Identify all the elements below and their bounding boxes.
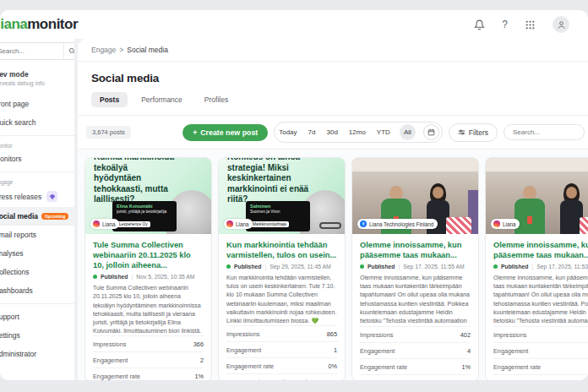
- tabs: Posts Performance Profiles: [91, 92, 574, 107]
- refresh-icon[interactable]: [302, 379, 310, 380]
- logo-text-liana: liana: [0, 16, 27, 32]
- time-filter-30d[interactable]: 30d: [324, 128, 339, 136]
- user-avatar[interactable]: [553, 16, 569, 33]
- create-new-post-button[interactable]: +Create new post: [182, 124, 268, 141]
- app-window: lianamonitor ? Dev mode Reveals debug in…: [0, 10, 588, 380]
- speaker-overlay: Salminen Suomen ja Viron Markkinointijoh…: [246, 201, 310, 231]
- top-bar-actions: ?: [474, 16, 569, 33]
- tab-performance[interactable]: Performance: [133, 92, 191, 107]
- app-logo[interactable]: lianamonitor: [0, 16, 78, 33]
- post-body: Kun markkinointia tehdään varmistellen, …: [226, 274, 337, 325]
- post-status: Published: [368, 264, 395, 270]
- sidebar-item-collections[interactable]: Collections: [0, 263, 74, 281]
- post-image: fLiana Technologies Finland: [352, 158, 478, 234]
- post-image: Liana: [486, 158, 588, 234]
- breadcrumb-separator: >: [119, 46, 123, 54]
- photo-background: [486, 158, 588, 172]
- page-title: Social media: [91, 72, 574, 84]
- post-title[interactable]: Kun markkinointia tehdään varmistellen, …: [226, 240, 337, 260]
- published-dot-icon: [226, 264, 231, 269]
- plus-icon: +: [193, 128, 197, 137]
- edit-icon[interactable]: [253, 379, 261, 380]
- top-bar: lianamonitor ?: [0, 10, 588, 39]
- post-body: Olemme innoissamme, kun pääsemme taas mu…: [493, 274, 588, 326]
- account-badge: fLiana Technologies Finland: [357, 219, 438, 229]
- post-status: Published: [501, 264, 528, 270]
- sidebar-item-press-releases[interactable]: Press releases: [0, 186, 74, 207]
- dev-mode-subtitle: Reveals debug info: [0, 80, 74, 86]
- sliders-icon: [458, 128, 466, 136]
- impressions-value: 402: [460, 331, 471, 339]
- post-stats: Impressions Engagement Engagement rate: [493, 326, 588, 374]
- post-image-headline: Kuinka markkinoida tekoälyä hyödyntäen t…: [85, 158, 185, 205]
- person-figure: [566, 187, 577, 199]
- striped-box: [580, 217, 588, 234]
- notifications-bell-icon[interactable]: [474, 19, 485, 30]
- toolbar: 3,674 posts +Create new post Today 7d 30…: [78, 115, 588, 149]
- tab-posts[interactable]: Posts: [91, 92, 128, 107]
- post-count-badge: 3,674 posts: [86, 126, 131, 139]
- apps-grid-icon[interactable]: [525, 19, 536, 30]
- sidebar-item-administrator[interactable]: Administrator: [0, 345, 74, 363]
- engagement-rate-value: 1%: [194, 373, 204, 380]
- impressions-value: 865: [327, 330, 337, 338]
- sidebar-item-quick-search[interactable]: Quick search: [0, 113, 74, 132]
- sidebar-section-monitor: Monitor: [0, 139, 74, 150]
- post-title[interactable]: Olemme innoissamme, kun pääsemme taas mu…: [493, 240, 588, 260]
- sidebar-divider: [0, 172, 74, 172]
- post-card[interactable]: Liana Olemme innoissamme, kun pääsemme t…: [485, 157, 588, 380]
- sidebar-item-front-page[interactable]: Front page: [0, 95, 74, 113]
- sidebar-item-analyses[interactable]: Analyses: [0, 244, 74, 263]
- upcoming-badge: Upcoming: [41, 213, 68, 220]
- posts-grid: Kuinka markkinoida tekoälyä hyödyntäen t…: [78, 149, 588, 380]
- sidebar-search: [0, 42, 74, 60]
- sidebar-search-icon[interactable]: [63, 43, 74, 59]
- published-dot-icon: [93, 275, 97, 279]
- post-image: Rohkeus on ainoa strategia! Miksi keskin…: [219, 158, 345, 234]
- posts-search-input[interactable]: [504, 124, 585, 140]
- person-figure: [433, 187, 444, 199]
- open-external-icon[interactable]: [278, 379, 286, 380]
- post-title[interactable]: Olemme innoissamme, kun pääsemme taas mu…: [360, 240, 471, 260]
- help-icon[interactable]: ?: [502, 19, 508, 30]
- post-stats: Impressions402 Engagement4 Engagement ra…: [360, 326, 471, 374]
- breadcrumb: Engage > Social media: [78, 39, 588, 62]
- instagram-icon: [93, 220, 100, 227]
- tab-profiles[interactable]: Profiles: [196, 92, 237, 107]
- sidebar-item-email-reports[interactable]: Email reports: [0, 226, 74, 244]
- sidebar-divider: [0, 135, 74, 136]
- sidebar-search-input[interactable]: [0, 47, 63, 55]
- impressions-value: 366: [193, 340, 204, 348]
- engagement-rate-value: 1%: [461, 363, 471, 371]
- speaker-overlay: Elina Koivumäki juristi, yrittäjä ja tie…: [112, 201, 177, 231]
- gem-icon: [46, 191, 57, 202]
- post-title[interactable]: Tule Summa Collectiven webinaariin 20.11…: [93, 240, 204, 270]
- post-body: Tule Summa Collectiven webinaariin 20.11…: [93, 284, 204, 335]
- time-filter-all[interactable]: All: [400, 124, 416, 140]
- breadcrumb-engage[interactable]: Engage: [91, 46, 116, 54]
- sidebar-section-engage: Engage: [0, 176, 74, 186]
- sidebar-item-support[interactable]: Support: [0, 308, 74, 326]
- instagram-icon: [493, 220, 500, 227]
- post-image: Kuinka markkinoida tekoälyä hyödyntäen t…: [85, 158, 211, 234]
- time-filter-12mo[interactable]: 12mo: [347, 128, 368, 136]
- post-card[interactable]: Kuinka markkinoida tekoälyä hyödyntäen t…: [84, 157, 212, 380]
- time-filter-7d[interactable]: 7d: [307, 128, 318, 136]
- sidebar-item-dashboards[interactable]: Dashboards: [0, 281, 74, 300]
- sidebar-item-dev-mode[interactable]: Dev mode Reveals debug info: [0, 68, 74, 95]
- post-card[interactable]: Rohkeus on ainoa strategia! Miksi keskin…: [218, 157, 346, 380]
- sidebar-item-social-media[interactable]: Social media Upcoming: [0, 207, 74, 226]
- post-body: Olemme innoissamme, kun pääsemme taas mu…: [360, 274, 471, 326]
- time-filter-today[interactable]: Today: [277, 128, 298, 136]
- post-date: Sep 17, 2025, 11:53 AM: [536, 264, 588, 270]
- calendar-icon[interactable]: [423, 124, 439, 140]
- sidebar: Dev mode Reveals debug info Front page Q…: [0, 39, 74, 380]
- filters-button[interactable]: Filters: [449, 123, 498, 142]
- sidebar-item-monitors[interactable]: Monitors: [0, 150, 74, 168]
- post-card[interactable]: fLiana Technologies Finland Olemme innoi…: [351, 157, 479, 380]
- sidebar-item-settings[interactable]: Settings: [0, 326, 74, 345]
- photo-background: [352, 158, 478, 172]
- time-range-filter: Today 7d 30d 12mo YTD All: [274, 122, 443, 143]
- main-area: Engage > Social media Social media Posts…: [74, 39, 588, 380]
- time-filter-ytd[interactable]: YTD: [375, 128, 392, 136]
